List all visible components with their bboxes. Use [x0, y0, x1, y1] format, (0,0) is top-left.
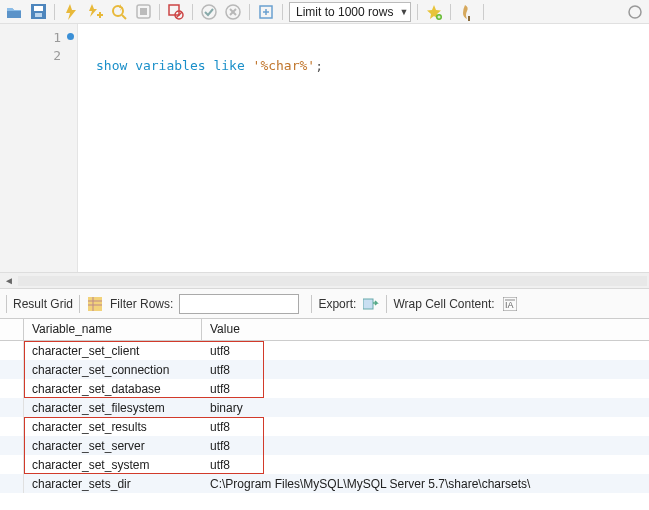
- table-row[interactable]: character_set_filesystembinary: [0, 398, 649, 417]
- table-row[interactable]: character_sets_dirC:\Program Files\MySQL…: [0, 474, 649, 493]
- table-row[interactable]: character_set_clientutf8: [0, 341, 649, 360]
- dropdown-caret-icon: ▼: [399, 7, 408, 17]
- editor-scrollbar[interactable]: ◄: [0, 272, 649, 288]
- table-row[interactable]: character_set_resultsutf8: [0, 417, 649, 436]
- scrollbar-track[interactable]: [18, 276, 647, 286]
- svg-text:IA: IA: [505, 300, 514, 310]
- code-line: show variables like '%char%';: [96, 58, 649, 76]
- cell-variable-name[interactable]: character_set_connection: [24, 362, 202, 378]
- toolbar-separator: [249, 4, 250, 20]
- gutter-line: 1: [0, 28, 77, 46]
- sql-keyword: like: [213, 58, 244, 73]
- grid-body: character_set_clientutf8 character_set_c…: [0, 341, 649, 493]
- gutter-line: 2: [0, 46, 77, 64]
- svg-rect-4: [99, 12, 101, 18]
- beautify-icon[interactable]: [457, 2, 477, 22]
- cell-variable-name[interactable]: character_set_results: [24, 419, 202, 435]
- row-handle[interactable]: [0, 417, 24, 436]
- code-line: [96, 106, 649, 124]
- result-grid: Variable_name Value character_set_client…: [0, 318, 649, 493]
- svg-rect-1: [34, 6, 43, 11]
- stop-icon[interactable]: [133, 2, 153, 22]
- rollback-icon[interactable]: [223, 2, 243, 22]
- table-row[interactable]: character_set_systemutf8: [0, 455, 649, 474]
- wrap-cell-icon[interactable]: IA: [501, 295, 519, 313]
- toolbar-separator: [450, 4, 451, 20]
- cell-value[interactable]: utf8: [202, 438, 649, 454]
- row-handle[interactable]: [0, 379, 24, 398]
- svg-rect-9: [169, 5, 179, 15]
- svg-rect-2: [35, 13, 42, 17]
- row-handle[interactable]: [0, 436, 24, 455]
- cell-value[interactable]: utf8: [202, 457, 649, 473]
- sql-punct: ;: [315, 58, 323, 73]
- result-grid-view-icon[interactable]: [86, 295, 104, 313]
- row-handle[interactable]: [0, 341, 24, 360]
- svg-line-6: [122, 15, 126, 19]
- svg-rect-18: [468, 16, 470, 21]
- explain-icon[interactable]: [109, 2, 129, 22]
- filter-rows-input[interactable]: [179, 294, 299, 314]
- export-label: Export:: [318, 297, 356, 311]
- grid-header: Variable_name Value: [0, 319, 649, 341]
- more-icon[interactable]: [625, 2, 645, 22]
- cell-value[interactable]: utf8: [202, 362, 649, 378]
- toolbar-separator: [282, 4, 283, 20]
- svg-rect-8: [140, 8, 147, 15]
- sql-keyword: show: [96, 58, 127, 73]
- sql-keyword: variables: [135, 58, 205, 73]
- cell-variable-name[interactable]: character_set_system: [24, 457, 202, 473]
- toolbar-separator: [386, 295, 387, 313]
- cell-value[interactable]: utf8: [202, 419, 649, 435]
- execute-current-icon[interactable]: [85, 2, 105, 22]
- execute-icon[interactable]: [61, 2, 81, 22]
- toolbar-separator: [54, 4, 55, 20]
- row-limit-dropdown[interactable]: Limit to 1000 rows ▼: [289, 2, 411, 22]
- row-handle[interactable]: [0, 360, 24, 379]
- toolbar-separator: [79, 295, 80, 313]
- commit-icon[interactable]: [199, 2, 219, 22]
- cell-variable-name[interactable]: character_sets_dir: [24, 476, 202, 492]
- row-handle[interactable]: [0, 398, 24, 417]
- toggle-autocommit-icon[interactable]: [166, 2, 186, 22]
- toolbar-separator: [417, 4, 418, 20]
- cell-variable-name[interactable]: character_set_database: [24, 381, 202, 397]
- cell-value[interactable]: utf8: [202, 381, 649, 397]
- cell-value[interactable]: C:\Program Files\MySQL\MySQL Server 5.7\…: [202, 476, 649, 492]
- scroll-left-icon[interactable]: ◄: [2, 275, 16, 286]
- save-icon[interactable]: [28, 2, 48, 22]
- toolbar-separator: [192, 4, 193, 20]
- cell-variable-name[interactable]: character_set_filesystem: [24, 400, 202, 416]
- cell-value[interactable]: binary: [202, 400, 649, 416]
- cell-value[interactable]: utf8: [202, 343, 649, 359]
- open-file-icon[interactable]: [4, 2, 24, 22]
- cell-variable-name[interactable]: character_set_client: [24, 343, 202, 359]
- toolbar-separator: [483, 4, 484, 20]
- result-grid-label: Result Grid: [13, 297, 73, 311]
- row-handle[interactable]: [0, 455, 24, 474]
- toolbar-separator: [311, 295, 312, 313]
- svg-point-19: [629, 6, 641, 18]
- statement-marker-icon: [67, 33, 74, 40]
- editor-content[interactable]: show variables like '%char%';: [78, 24, 649, 272]
- toolbar-separator: [159, 4, 160, 20]
- favorite-icon[interactable]: [424, 2, 444, 22]
- column-header[interactable]: Value: [202, 319, 649, 340]
- table-row[interactable]: character_set_databaseutf8: [0, 379, 649, 398]
- line-number: 1: [53, 30, 61, 45]
- row-handle-header: [0, 319, 24, 340]
- export-icon[interactable]: [362, 295, 380, 313]
- sql-string: '%char%': [253, 58, 316, 73]
- result-toolbar: Result Grid Filter Rows: Export: Wrap Ce…: [0, 288, 649, 318]
- table-row[interactable]: character_set_serverutf8: [0, 436, 649, 455]
- row-handle[interactable]: [0, 474, 24, 493]
- cell-variable-name[interactable]: character_set_server: [24, 438, 202, 454]
- toggle-whitespace-icon[interactable]: [256, 2, 276, 22]
- svg-point-12: [202, 5, 216, 19]
- table-row[interactable]: character_set_connectionutf8: [0, 360, 649, 379]
- sql-editor[interactable]: 1 2 show variables like '%char%';: [0, 24, 649, 272]
- main-toolbar: Limit to 1000 rows ▼: [0, 0, 649, 24]
- line-number: 2: [53, 48, 61, 63]
- editor-gutter: 1 2: [0, 24, 78, 272]
- column-header[interactable]: Variable_name: [24, 319, 202, 340]
